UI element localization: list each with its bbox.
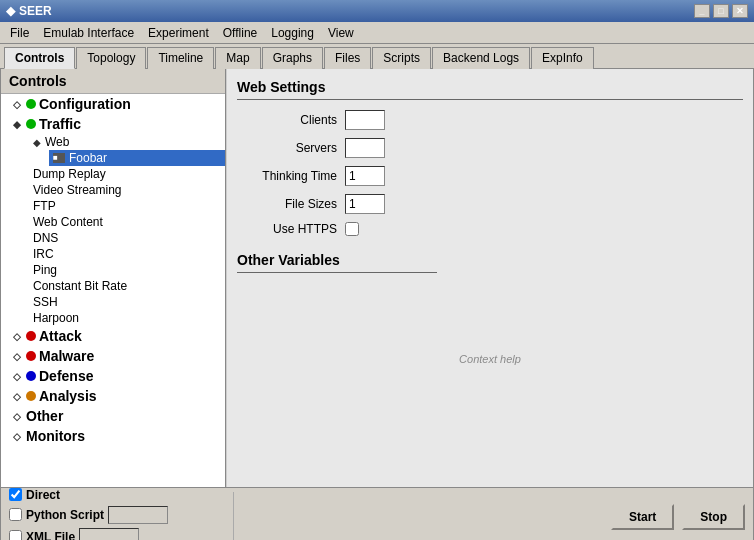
maximize-button[interactable]: □ [713, 4, 729, 18]
form-row-servers: Servers [237, 138, 743, 158]
dot-attack [26, 331, 36, 341]
menu-view[interactable]: View [322, 24, 360, 42]
close-button[interactable]: ✕ [732, 4, 748, 18]
menu-emulab[interactable]: Emulab Interface [37, 24, 140, 42]
xml-file-input[interactable] [79, 528, 139, 541]
menu-file[interactable]: File [4, 24, 35, 42]
tree-item-other[interactable]: ◇ Other [9, 406, 225, 426]
tree-item-traffic[interactable]: ◆ Traffic [9, 114, 225, 134]
title-bar-controls: _ □ ✕ [694, 4, 748, 18]
minimize-button[interactable]: _ [694, 4, 710, 18]
label-direct: Direct [26, 488, 60, 502]
label-ftp: FTP [33, 199, 56, 213]
label-clients: Clients [237, 113, 337, 127]
form-row-thinking-time: Thinking Time [237, 166, 743, 186]
folder-icon-foobar: ■ [53, 153, 65, 163]
bottom-area: Direct Python Script XML File Start Stop [0, 488, 754, 540]
tree-item-web[interactable]: ◆ Web [29, 134, 225, 150]
input-servers[interactable] [345, 138, 385, 158]
tree-item-web-content[interactable]: Web Content [29, 214, 225, 230]
menu-experiment[interactable]: Experiment [142, 24, 215, 42]
tree-item-ping[interactable]: Ping [29, 262, 225, 278]
tab-bar: Controls Topology Timeline Map Graphs Fi… [0, 44, 754, 68]
tab-topology[interactable]: Topology [76, 47, 146, 69]
label-python-script: Python Script [26, 508, 104, 522]
label-configuration: Configuration [39, 96, 131, 112]
checkbox-xml-file[interactable] [9, 530, 22, 540]
tab-timeline[interactable]: Timeline [147, 47, 214, 69]
label-dump-replay: Dump Replay [33, 167, 106, 181]
dot-traffic [26, 119, 36, 129]
label-malware: Malware [39, 348, 94, 364]
tree-item-ftp[interactable]: FTP [29, 198, 225, 214]
tab-files[interactable]: Files [324, 47, 371, 69]
expand-icon-configuration: ◇ [13, 99, 23, 110]
tree-item-video-streaming[interactable]: Video Streaming [29, 182, 225, 198]
expand-icon-analysis: ◇ [13, 391, 23, 402]
label-ping: Ping [33, 263, 57, 277]
web-settings-title: Web Settings [237, 79, 743, 100]
label-attack: Attack [39, 328, 82, 344]
left-panel-title: Controls [1, 69, 225, 94]
expand-icon-other: ◇ [13, 411, 23, 422]
tree-item-dns[interactable]: DNS [29, 230, 225, 246]
dot-defense [26, 371, 36, 381]
title-bar-title: SEER [19, 4, 52, 18]
label-other: Other [26, 408, 63, 424]
input-clients[interactable] [345, 110, 385, 130]
label-constant-bit-rate: Constant Bit Rate [33, 279, 127, 293]
tree-section-other: ◇ Other [1, 406, 225, 426]
label-use-https: Use HTTPS [237, 222, 337, 236]
tree-item-analysis[interactable]: ◇ Analysis [9, 386, 225, 406]
tree-item-attack[interactable]: ◇ Attack [9, 326, 225, 346]
expand-icon-defense: ◇ [13, 371, 23, 382]
checkbox-use-https[interactable] [345, 222, 359, 236]
tab-backend-logs[interactable]: Backend Logs [432, 47, 530, 69]
tree-item-ssh[interactable]: SSH [29, 294, 225, 310]
tab-controls[interactable]: Controls [4, 47, 75, 69]
other-variables-title: Other Variables [237, 252, 437, 273]
start-button[interactable]: Start [611, 504, 674, 530]
menu-offline[interactable]: Offline [217, 24, 263, 42]
tab-scripts[interactable]: Scripts [372, 47, 431, 69]
input-file-sizes[interactable] [345, 194, 385, 214]
label-xml-file: XML File [26, 530, 75, 541]
label-dns: DNS [33, 231, 58, 245]
label-monitors: Monitors [26, 428, 85, 444]
label-servers: Servers [237, 141, 337, 155]
tree-item-defense[interactable]: ◇ Defense [9, 366, 225, 386]
tree-section-malware: ◇ Malware [1, 346, 225, 366]
label-irc: IRC [33, 247, 54, 261]
left-panel: Controls ◇ Configuration ◆ Traffic [1, 69, 226, 487]
tree-content[interactable]: ◇ Configuration ◆ Traffic ◆ Web [1, 94, 225, 487]
tree-section-configuration: ◇ Configuration [1, 94, 225, 114]
menu-logging[interactable]: Logging [265, 24, 320, 42]
tab-graphs[interactable]: Graphs [262, 47, 323, 69]
form-row-file-sizes: File Sizes [237, 194, 743, 214]
tree-item-constant-bit-rate[interactable]: Constant Bit Rate [29, 278, 225, 294]
dot-analysis [26, 391, 36, 401]
tree-section-analysis: ◇ Analysis [1, 386, 225, 406]
expand-icon-attack: ◇ [13, 331, 23, 342]
label-traffic: Traffic [39, 116, 81, 132]
checkbox-python-script[interactable] [9, 508, 22, 521]
traffic-children: ◆ Web ■ Foobar Dump Replay [9, 134, 225, 326]
tree-item-harpoon[interactable]: Harpoon [29, 310, 225, 326]
tree-item-dump-replay[interactable]: Dump Replay [29, 166, 225, 182]
label-web-content: Web Content [33, 215, 103, 229]
expand-icon-malware: ◇ [13, 351, 23, 362]
tree-item-foobar[interactable]: ■ Foobar [49, 150, 225, 166]
main-content: Controls ◇ Configuration ◆ Traffic [0, 68, 754, 488]
checkbox-direct[interactable] [9, 488, 22, 501]
tree-item-irc[interactable]: IRC [29, 246, 225, 262]
stop-button[interactable]: Stop [682, 504, 745, 530]
tree-item-malware[interactable]: ◇ Malware [9, 346, 225, 366]
title-bar-icon: ◆ [6, 4, 15, 18]
python-script-input[interactable] [108, 506, 168, 524]
input-thinking-time[interactable] [345, 166, 385, 186]
tab-expinfo[interactable]: ExpInfo [531, 47, 594, 69]
tree-item-monitors[interactable]: ◇ Monitors [9, 426, 225, 446]
dot-malware [26, 351, 36, 361]
tab-map[interactable]: Map [215, 47, 260, 69]
tree-item-configuration[interactable]: ◇ Configuration [9, 94, 225, 114]
